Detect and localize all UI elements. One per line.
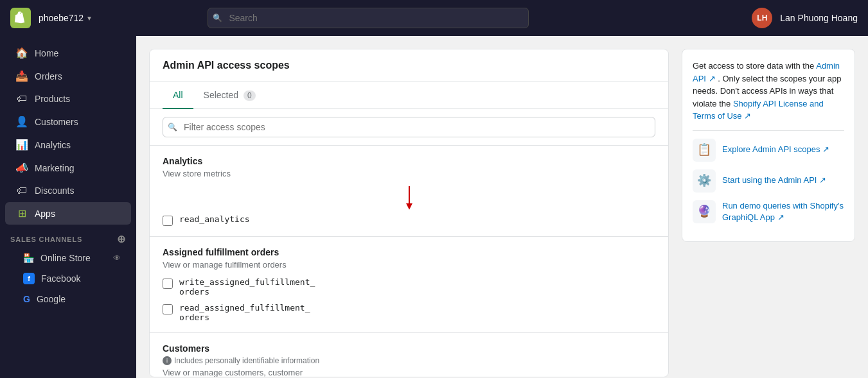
- tab-selected[interactable]: Selected 0: [193, 82, 266, 109]
- left-panel: Admin API access scopes All Selected 0: [149, 49, 669, 365]
- card-title: Admin API access scopes: [163, 60, 655, 71]
- sidebar-item-home[interactable]: 🏠 Home: [5, 42, 131, 64]
- scope-code-read-assigned-fulfillment: read_assigned_fulfillment_orders: [179, 303, 310, 322]
- checkbox-write-assigned-fulfillment[interactable]: [163, 279, 173, 289]
- checkbox-read-assigned-fulfillment[interactable]: [163, 304, 173, 314]
- marketing-icon: 📣: [15, 162, 28, 174]
- scope-section-customers: Customers i Includes personally identifi…: [150, 333, 668, 377]
- start-api-icon: ⚙️: [693, 169, 716, 193]
- sidebar-item-online-store[interactable]: 🏪 Online Store 👁: [5, 248, 131, 268]
- section-title-customers: Customers: [163, 343, 655, 354]
- scope-code-read-analytics: read_analytics: [179, 214, 250, 224]
- products-icon: 🏷: [15, 93, 28, 105]
- sidebar-item-orders[interactable]: 📥 Orders: [5, 65, 131, 87]
- scope-item-read-fulfillment: read_assigned_fulfillment_orders: [163, 303, 655, 322]
- pii-label: Includes personally identifiable informa…: [174, 356, 319, 365]
- sidebar-item-discounts[interactable]: 🏷 Discounts: [5, 180, 131, 202]
- info-card: Get access to store data with the Admin …: [682, 49, 855, 242]
- chevron-down-icon: ▼: [86, 15, 93, 22]
- search-input[interactable]: [208, 8, 529, 28]
- section-title-fulfillment: Assigned fulfillment orders: [163, 247, 655, 257]
- analytics-icon: 📊: [15, 139, 28, 151]
- sidebar-item-customers[interactable]: 👤 Customers: [5, 110, 131, 133]
- scope-item-write-fulfillment: write_assigned_fulfillment_orders: [163, 277, 655, 296]
- add-channel-icon[interactable]: ⊕: [117, 233, 126, 245]
- red-arrow-indicator: [163, 186, 655, 212]
- section-desc-fulfillment: View or manage fulfillment orders: [163, 260, 655, 270]
- avatar: LH: [752, 8, 772, 28]
- explore-api-label: Explore Admin API scopes ↗: [722, 144, 829, 155]
- scope-item-read-analytics: read_analytics: [163, 214, 655, 226]
- info-text: Get access to store data with the Admin …: [693, 60, 844, 123]
- shopify-logo: [10, 8, 31, 28]
- google-icon: G: [23, 294, 30, 304]
- section-desc-analytics: View store metrics: [163, 169, 655, 178]
- scope-section-fulfillment: Assigned fulfillment orders View or mana…: [150, 237, 668, 333]
- username-label: Lan Phuong Hoang: [780, 13, 858, 23]
- sidebar-item-google[interactable]: G Google: [5, 289, 131, 309]
- demo-api-label: Run demo queries with Shopify's GraphiQL…: [722, 200, 844, 223]
- quick-link-start[interactable]: ⚙️ Start using the Admin API ↗: [693, 169, 844, 193]
- main-content: Admin API access scopes All Selected 0: [136, 36, 868, 378]
- selected-badge: 0: [244, 90, 256, 101]
- apps-icon: ⊞: [15, 207, 28, 219]
- topbar: phoebe712 ▼ LH Lan Phuong Hoang: [0, 0, 868, 36]
- filter-area: [150, 109, 668, 146]
- section-desc-customers: View or manage customers, customer: [163, 368, 655, 377]
- quick-link-explore[interactable]: 📋 Explore Admin API scopes ↗: [693, 139, 844, 162]
- store-selector[interactable]: phoebe712 ▼: [39, 13, 93, 23]
- explore-api-icon: 📋: [693, 139, 716, 162]
- svg-marker-1: [406, 203, 412, 210]
- home-icon: 🏠: [15, 47, 28, 59]
- sidebar-item-analytics[interactable]: 📊 Analytics: [5, 133, 131, 156]
- filter-input[interactable]: [163, 117, 655, 137]
- checkbox-read-analytics[interactable]: [163, 216, 173, 226]
- sidebar-item-apps[interactable]: ⊞ Apps: [5, 202, 131, 225]
- online-store-icon: 🏪: [23, 253, 34, 263]
- orders-icon: 📥: [15, 70, 28, 82]
- demo-api-icon: 🔮: [693, 200, 716, 223]
- tab-all[interactable]: All: [163, 82, 193, 109]
- tabs-container: All Selected 0: [150, 82, 668, 109]
- api-scopes-card: Admin API access scopes All Selected 0: [149, 49, 669, 377]
- scope-list: Analytics View store metrics read_analyt…: [150, 146, 668, 377]
- sidebar: 🏠 Home 📥 Orders 🏷 Products 👤 Customers 📊…: [0, 36, 136, 378]
- facebook-icon: f: [23, 273, 35, 284]
- pii-icon: i: [163, 356, 172, 365]
- divider: [693, 130, 844, 131]
- scope-code-write-assigned-fulfillment: write_assigned_fulfillment_orders: [179, 277, 315, 296]
- sales-channels-section: SALES CHANNELS ⊕: [0, 225, 136, 248]
- scope-section-analytics: Analytics View store metrics read_analyt…: [150, 146, 668, 237]
- right-panel: Get access to store data with the Admin …: [682, 49, 855, 365]
- eye-icon[interactable]: 👁: [113, 253, 121, 262]
- start-api-label: Start using the Admin API ↗: [722, 175, 826, 186]
- sidebar-item-facebook[interactable]: f Facebook: [5, 268, 131, 289]
- app-layout: 🏠 Home 📥 Orders 🏷 Products 👤 Customers 📊…: [0, 36, 868, 378]
- card-header: Admin API access scopes: [150, 49, 668, 82]
- section-title-analytics: Analytics: [163, 156, 655, 166]
- search-container: [208, 8, 529, 28]
- sidebar-item-products[interactable]: 🏷 Products: [5, 88, 131, 110]
- customers-icon: 👤: [15, 116, 28, 128]
- sidebar-item-marketing[interactable]: 📣 Marketing: [5, 157, 131, 179]
- quick-link-demo[interactable]: 🔮 Run demo queries with Shopify's Graphi…: [693, 200, 844, 223]
- discounts-icon: 🏷: [15, 185, 28, 196]
